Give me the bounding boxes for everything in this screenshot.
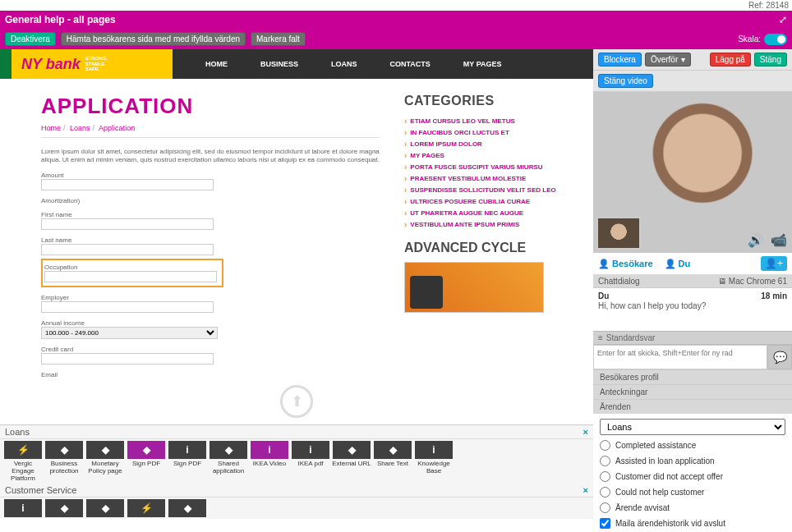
case-radio-input[interactable] bbox=[600, 440, 610, 451]
case-radio-input[interactable] bbox=[600, 471, 610, 482]
mark-fields-button[interactable]: Markera falt bbox=[251, 32, 306, 46]
tile-external-url[interactable]: ◆External URL bbox=[332, 441, 371, 482]
tile-ikea-video[interactable]: iIKEA Video bbox=[250, 441, 289, 482]
visitor-tab[interactable]: 👤 Besökare bbox=[598, 259, 653, 269]
local-video-pip[interactable] bbox=[596, 217, 641, 250]
tile[interactable]: ⚡ bbox=[127, 499, 166, 517]
tile[interactable]: i bbox=[3, 499, 43, 517]
annual-income-select[interactable]: 100.000 - 249.000 bbox=[41, 327, 218, 339]
notes-accordion[interactable]: Anteckningar bbox=[593, 384, 792, 399]
category-link[interactable]: SUSPENDISSE SOLLICITUDIN VELIT SED LEO bbox=[410, 186, 555, 194]
category-link[interactable]: ULTRICES POSUERE CUBILIA CURAE bbox=[410, 198, 530, 205]
nav-business[interactable]: BUSINESS bbox=[260, 60, 298, 68]
category-link[interactable]: LOREM IPSUM DOLOR bbox=[410, 140, 482, 148]
category-link[interactable]: IN FAUCIBUS ORCI LUCTUS ET bbox=[410, 129, 509, 136]
you-tab[interactable]: 👤 Du bbox=[665, 259, 691, 269]
nav-mypages[interactable]: MY PAGES bbox=[463, 60, 502, 68]
case-radio-input[interactable] bbox=[600, 456, 610, 466]
category-link[interactable]: VESTIBULUM ANTE IPSUM PRIMIS bbox=[410, 221, 519, 228]
category-item[interactable]: ›VESTIBULUM ANTE IPSUM PRIMIS bbox=[404, 220, 560, 229]
tile-ikea-pdf[interactable]: iIKEA pdf bbox=[291, 441, 330, 482]
advanced-cycle-title: ADVANCED CYCLE bbox=[404, 241, 560, 255]
category-item[interactable]: ›PORTA FUSCE SUSCIPIT VARIUS MIURSU bbox=[404, 163, 560, 172]
amount-input[interactable] bbox=[41, 179, 214, 190]
occupation-input[interactable] bbox=[44, 271, 217, 282]
category-item[interactable]: ›PRAESENT VESTIBULUM MOLESTIE bbox=[404, 174, 560, 183]
category-item[interactable]: ›UT PHARETRA AUGUE NEC AUGUE bbox=[404, 209, 560, 218]
tile-business-protection[interactable]: ◆Business protection bbox=[44, 441, 84, 482]
tile[interactable]: ◆ bbox=[168, 499, 207, 517]
nav-contacts[interactable]: CONTACTS bbox=[390, 60, 431, 68]
deaktivera-button[interactable]: Deaktivera bbox=[5, 32, 56, 46]
credit-card-input[interactable] bbox=[41, 353, 214, 365]
fetch-visitor-page-button[interactable]: Hämta besökarens sida med med ifyllda vä… bbox=[61, 32, 246, 46]
hang-up-button[interactable]: Lägg på bbox=[710, 53, 751, 66]
tile-sign-pdf[interactable]: iSign PDF bbox=[168, 441, 207, 482]
tile-shared-application[interactable]: ◆Shared application bbox=[209, 441, 248, 482]
scroll-top-button[interactable]: ⬆ bbox=[280, 385, 313, 418]
occupation-highlight: Occupation bbox=[41, 259, 223, 287]
category-link[interactable]: UT PHARETRA AUGUE NEC AUGUE bbox=[410, 209, 523, 217]
case-radio-input[interactable] bbox=[600, 487, 610, 498]
tile-share-text[interactable]: ◆Share Text bbox=[373, 441, 412, 482]
nav-loans[interactable]: LOANS bbox=[331, 60, 357, 68]
tile-monetary-policy-page[interactable]: ◆Monetary Policy page bbox=[85, 441, 125, 482]
camera-icon[interactable]: 📹 bbox=[771, 232, 787, 248]
category-link[interactable]: MY PAGES bbox=[410, 152, 444, 159]
send-button[interactable]: 💬 bbox=[767, 345, 792, 369]
employer-input[interactable] bbox=[41, 301, 214, 313]
chat-input[interactable] bbox=[593, 345, 767, 369]
chevron-right-icon: › bbox=[404, 174, 407, 183]
standard-answers-bar[interactable]: ≡ Standardsvar bbox=[593, 331, 792, 345]
overfor-button[interactable]: Överför▾ bbox=[645, 53, 691, 66]
category-link[interactable]: PORTA FUSCE SUSCIPIT VARIUS MIURSU bbox=[410, 163, 542, 171]
category-item[interactable]: ›LOREM IPSUM DOLOR bbox=[404, 140, 560, 149]
category-item[interactable]: ›MY PAGES bbox=[404, 151, 560, 160]
crumb-loans[interactable]: Loans bbox=[70, 124, 90, 132]
category-link[interactable]: ETIAM CURSUS LEO VEL METUS bbox=[410, 117, 514, 125]
bookmark-icon: ◆ bbox=[61, 502, 68, 514]
scale-toggle[interactable] bbox=[764, 34, 787, 45]
first-name-input[interactable] bbox=[41, 218, 214, 230]
close-icon[interactable]: × bbox=[583, 427, 588, 437]
tile-knowledge-base[interactable]: iKnowledge Base bbox=[414, 441, 454, 482]
nav-home[interactable]: HOME bbox=[205, 60, 228, 68]
category-item[interactable]: ›ULTRICES POSUERE CUBILIA CURAE bbox=[404, 197, 560, 206]
category-link[interactable]: PRAESENT VESTIBULUM MOLESTIE bbox=[410, 175, 526, 182]
category-item[interactable]: ›ETIAM CURSUS LEO VEL METUS bbox=[404, 117, 560, 126]
category-item[interactable]: ›SUSPENDISSE SOLLICITUDIN VELIT SED LEO bbox=[404, 186, 560, 195]
speaker-icon[interactable]: 🔊 bbox=[748, 232, 764, 248]
case-option[interactable]: Could not help customer bbox=[600, 487, 785, 498]
bolt-icon: ⚡ bbox=[140, 502, 153, 514]
general-help-title: General help - all pages bbox=[5, 14, 116, 25]
tile[interactable]: ◆ bbox=[44, 499, 84, 517]
pin-icon[interactable]: ⤢ bbox=[779, 14, 787, 25]
add-participant-button[interactable]: 👤+ bbox=[761, 256, 787, 271]
case-select[interactable]: Loans bbox=[600, 419, 785, 435]
close-icon[interactable]: × bbox=[583, 485, 588, 495]
actions-panel: Loans × ⚡Vergic Engage Platform◆Business… bbox=[0, 424, 593, 519]
blockera-button[interactable]: Blockera bbox=[598, 53, 642, 66]
case-option[interactable]: Assisted in loan application bbox=[600, 456, 785, 466]
mail-history-checkbox[interactable]: Maila ärendehistorik vid avslut bbox=[600, 518, 785, 529]
tile-vergic-engage-platform[interactable]: ⚡Vergic Engage Platform bbox=[3, 441, 43, 482]
bank-header: NY bank STRONG.STABLE.SAFE. HOME BUSINES… bbox=[0, 49, 593, 79]
tile-sign-pdf[interactable]: ◆Sign PDF bbox=[127, 441, 166, 482]
visitor-profile-accordion[interactable]: Besökares profil bbox=[593, 369, 792, 384]
close-video-button[interactable]: Stäng video bbox=[598, 74, 653, 88]
case-option[interactable]: Completed assistance bbox=[600, 440, 785, 451]
category-item[interactable]: ›IN FAUCIBUS ORCI LUCTUS ET bbox=[404, 128, 560, 137]
chat-sender: Du bbox=[598, 291, 609, 300]
case-radio-input[interactable] bbox=[600, 502, 610, 513]
close-button[interactable]: Stäng bbox=[754, 53, 787, 66]
application-page: APPLICATION Home/ Loans/ Application Lor… bbox=[0, 79, 593, 378]
case-option[interactable]: Ärende avvisat bbox=[600, 502, 785, 513]
last-name-input[interactable] bbox=[41, 244, 214, 255]
mail-history-input[interactable] bbox=[600, 518, 610, 529]
tile[interactable]: ◆ bbox=[85, 499, 125, 517]
crumb-home[interactable]: Home bbox=[41, 124, 61, 132]
chat-message: Hi, how can I help you today? bbox=[598, 301, 787, 310]
case-option[interactable]: Customer did not accept offer bbox=[600, 471, 785, 482]
label-annual-income: Annual income bbox=[41, 319, 380, 327]
cases-accordion[interactable]: Ärenden bbox=[593, 399, 792, 414]
